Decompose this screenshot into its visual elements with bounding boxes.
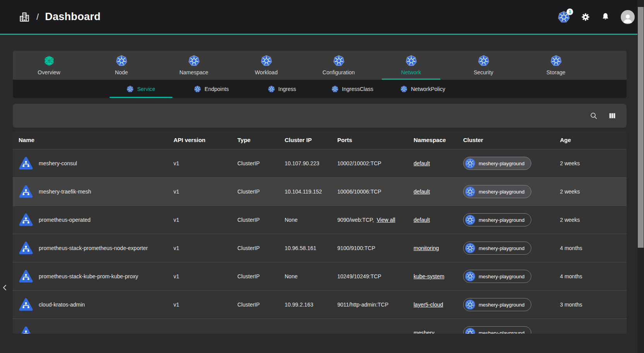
ports-value: 9011/http-admin:TCP	[337, 302, 388, 308]
namespace-link[interactable]: layer5-cloud	[414, 302, 443, 308]
ports-value: 9090/web:TCP,	[337, 217, 374, 223]
namespace-link[interactable]: default	[414, 160, 430, 166]
service-name: prometheus-operated	[39, 217, 91, 223]
service-icon	[19, 297, 33, 312]
cluster-chip[interactable]: meshery-playground	[463, 270, 531, 283]
scrollbar-thumb[interactable]	[638, 7, 644, 248]
column-header-name[interactable]: Name	[19, 137, 173, 143]
column-header-cluster-ip[interactable]: Cluster IP	[285, 137, 337, 143]
resource-tab[interactable]: Configuration	[302, 51, 375, 80]
type-value: ClusterIP	[237, 160, 285, 166]
namespace-link[interactable]: monitoring	[414, 245, 439, 251]
services-table: Name API version Type Cluster IP Ports N…	[13, 131, 627, 334]
user-avatar[interactable]	[621, 10, 635, 24]
age-value: 2 weeks	[560, 188, 627, 195]
view-all-link[interactable]: View all	[377, 217, 395, 223]
cluster-chip[interactable]: meshery-playground	[463, 326, 531, 334]
api-version-value: v1	[173, 302, 237, 308]
cluster-chip[interactable]: meshery-playground	[463, 185, 531, 198]
table-row[interactable]: prometheus-operated v1 ClusterIP None 90…	[13, 206, 627, 234]
network-subtab[interactable]: Service	[106, 80, 176, 98]
ports-value: 10249/10249:TCP	[337, 273, 381, 279]
column-header-cluster[interactable]: Cluster	[463, 137, 560, 143]
cluster-ip-value: None	[285, 217, 337, 223]
k8s-context-icon[interactable]: 1	[558, 11, 570, 23]
collapse-chevron-icon[interactable]	[0, 282, 10, 295]
cluster-name: meshery-playground	[479, 302, 525, 308]
cluster-name: meshery-playground	[479, 245, 525, 251]
service-icon	[19, 184, 33, 199]
cluster-chip[interactable]: meshery-playground	[463, 213, 531, 226]
table-row[interactable]: meshery-consul v1 ClusterIP 10.107.90.22…	[13, 149, 627, 177]
column-header-age[interactable]: Age	[560, 137, 627, 143]
resource-tab[interactable]: Overview	[13, 51, 85, 80]
cluster-name: meshery-playground	[479, 274, 525, 279]
column-header-api-version[interactable]: API version	[173, 137, 237, 143]
chip-k8s-icon	[465, 328, 475, 334]
cluster-ip-value: None	[285, 273, 337, 279]
service-name: meshery-consul	[39, 160, 77, 166]
api-version-value: v1	[173, 217, 237, 223]
view-columns-icon[interactable]	[608, 111, 617, 120]
table-row[interactable]: prometheus-stack-prometheus-node-exporte…	[13, 234, 627, 262]
namespace-link[interactable]: default	[414, 188, 430, 195]
network-subtab[interactable]: Ingress	[247, 80, 317, 98]
notifications-bell-icon[interactable]	[601, 12, 610, 21]
cluster-ip-value: 10.99.2.163	[285, 302, 337, 308]
resource-tab[interactable]: Network	[375, 51, 447, 80]
type-value: ClusterIP	[237, 302, 285, 308]
search-icon[interactable]	[589, 111, 598, 120]
table-header-row: Name API version Type Cluster IP Ports N…	[13, 131, 627, 149]
table-row[interactable]: meshery meshery-playground	[13, 319, 627, 334]
tab-icon	[116, 55, 127, 67]
cluster-chip[interactable]: meshery-playground	[463, 157, 531, 170]
service-icon	[19, 269, 33, 284]
cluster-chip[interactable]: meshery-playground	[463, 298, 531, 311]
resource-tab[interactable]: Security	[447, 51, 520, 80]
ports-value: 10002/10002:TCP	[337, 160, 381, 166]
namespace-link[interactable]: default	[414, 217, 430, 223]
tab-icon	[188, 55, 200, 67]
chip-k8s-icon	[465, 187, 475, 197]
settings-gear-icon[interactable]	[581, 12, 590, 22]
namespace-link[interactable]: kube-system	[414, 273, 444, 279]
resource-tab[interactable]: Namespace	[158, 51, 230, 80]
resource-tab[interactable]: Workload	[230, 51, 302, 80]
network-subtab[interactable]: Endpoints	[176, 80, 247, 98]
column-header-ports[interactable]: Ports	[337, 137, 414, 143]
context-count-badge: 1	[567, 9, 573, 15]
age-value: 2 weeks	[560, 217, 627, 223]
page-scrollbar[interactable]	[637, 0, 644, 353]
tab-icon	[261, 55, 272, 67]
subtab-k8s-icon	[331, 86, 338, 93]
table-toolbar	[13, 104, 627, 128]
cluster-name: meshery-playground	[479, 189, 525, 195]
breadcrumb-separator: /	[36, 12, 39, 22]
cluster-chip[interactable]: meshery-playground	[463, 242, 531, 255]
service-icon	[19, 156, 33, 171]
service-name: prometheus-stack-prometheus-node-exporte…	[39, 245, 148, 251]
column-header-type[interactable]: Type	[237, 137, 285, 143]
service-name: cloud-kratos-admin	[39, 302, 85, 308]
subtab-k8s-icon	[127, 86, 134, 93]
organization-building-icon[interactable]	[19, 11, 30, 23]
table-row[interactable]: prometheus-stack-kube-prom-kube-proxy v1…	[13, 262, 627, 290]
resource-tab[interactable]: Storage	[520, 51, 592, 80]
service-name: meshery-traefik-mesh	[39, 188, 91, 195]
network-subtab[interactable]: NetworkPolicy	[388, 80, 458, 98]
cluster-ip-value: 10.107.90.223	[285, 160, 337, 166]
subtab-k8s-icon	[194, 86, 201, 93]
type-value: ClusterIP	[237, 188, 285, 195]
namespace-link[interactable]: meshery	[414, 330, 434, 334]
chip-k8s-icon	[465, 158, 475, 168]
resource-tabs-card: Overview Node Namespace Workload	[13, 51, 627, 98]
cluster-name: meshery-playground	[479, 217, 525, 223]
column-header-namespace[interactable]: Namespace	[414, 137, 463, 143]
resource-tab[interactable]: Node	[85, 51, 158, 80]
app-header: / Dashboard 1	[0, 0, 644, 34]
table-row[interactable]: cloud-kratos-admin v1 ClusterIP 10.99.2.…	[13, 290, 627, 319]
table-row[interactable]: meshery-traefik-mesh v1 ClusterIP 10.104…	[13, 177, 627, 206]
network-subtab[interactable]: IngressClass	[317, 80, 388, 98]
chip-k8s-icon	[465, 243, 475, 253]
network-subtabs: Service Endpoints Ingress IngressClass	[13, 80, 627, 98]
